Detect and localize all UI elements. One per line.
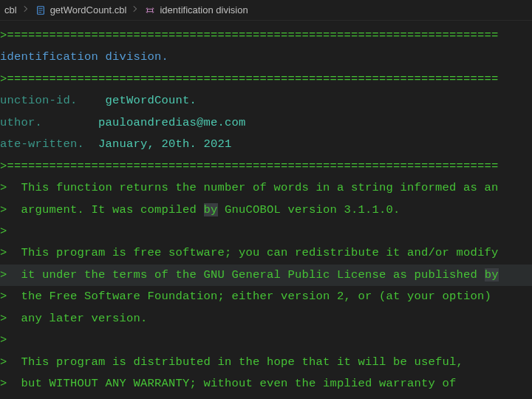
breadcrumb-file-label: getWordCount.cbl bbox=[50, 4, 127, 16]
symbol-icon bbox=[144, 4, 156, 16]
code-line: > This program is free software; you can… bbox=[0, 242, 532, 264]
code-editor[interactable]: >=======================================… bbox=[0, 21, 532, 399]
breadcrumb-folder-label: cbl bbox=[4, 4, 17, 16]
code-line: > MERCHANTABILITY or FITNESS FOR A PARTI… bbox=[0, 395, 532, 399]
code-line: uthor. pauloandredias@me.com bbox=[0, 112, 532, 134]
chevron-right-icon bbox=[131, 4, 140, 16]
code-line: > but WITHOUT ANY WARRANTY; without even… bbox=[0, 373, 532, 395]
code-line: identification division. bbox=[0, 47, 532, 68]
code-line: unction-id. getWordCount. bbox=[0, 90, 532, 112]
code-line: > This program is distributed in the hop… bbox=[0, 352, 532, 373]
file-icon bbox=[35, 4, 47, 16]
breadcrumb-symbol-label: identification division bbox=[160, 4, 248, 16]
breadcrumb-segment-symbol[interactable]: identification division bbox=[144, 4, 248, 16]
breadcrumb-segment-folder[interactable]: cbl bbox=[4, 4, 17, 16]
breadcrumb: cbl getWordCount.cbl identification divi… bbox=[0, 0, 532, 21]
code-line: > argument. It was compiled by GnuCOBOL … bbox=[0, 200, 532, 221]
code-line: > the Free Software Foundation; either v… bbox=[0, 286, 532, 307]
breadcrumb-segment-file[interactable]: getWordCount.cbl bbox=[35, 4, 127, 16]
code-line: >=======================================… bbox=[0, 156, 532, 177]
chevron-right-icon bbox=[21, 4, 30, 16]
code-line: >=======================================… bbox=[0, 69, 532, 90]
code-line: > any later version. bbox=[0, 308, 532, 330]
code-line: >=======================================… bbox=[0, 25, 532, 47]
code-line-active: > it under the terms of the GNU General … bbox=[0, 265, 532, 286]
code-line: > This function returns the number of wo… bbox=[0, 177, 532, 199]
code-line: > bbox=[0, 221, 532, 242]
code-line: > bbox=[0, 330, 532, 351]
code-line: ate-written. January, 20th. 2021 bbox=[0, 134, 532, 155]
